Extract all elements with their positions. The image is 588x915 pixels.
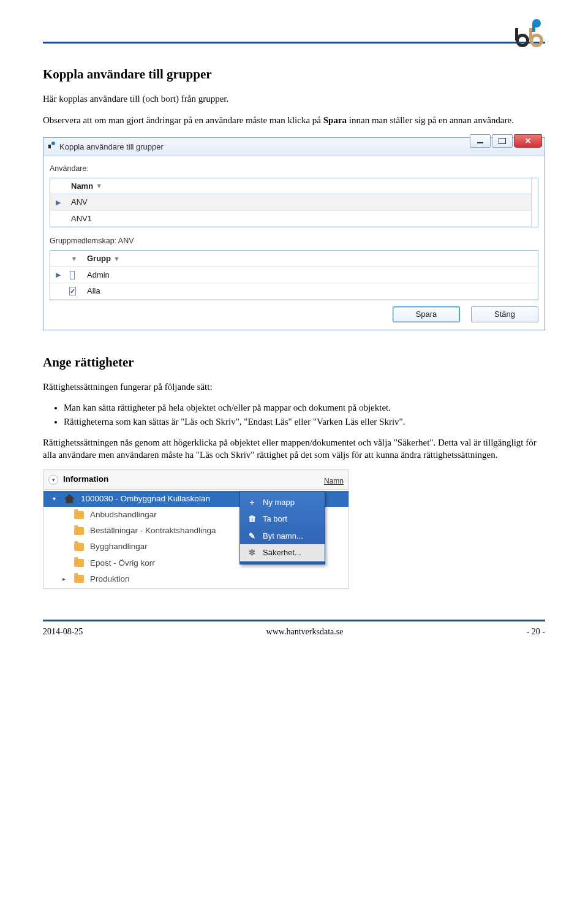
ctx-new-folder[interactable]: ＋ Ny mapp: [240, 494, 325, 511]
caret-down-icon: ▾: [50, 495, 58, 503]
footer-url: www.hantverksdata.se: [266, 626, 344, 638]
dialog-screenshot: Koppla användare till grupper Användare:…: [43, 137, 545, 330]
window-app-icon: [47, 141, 56, 153]
panel-header[interactable]: ▾ Information: [43, 469, 349, 489]
svg-point-6: [51, 142, 55, 145]
tree-item-label: Anbudshandlingar: [90, 509, 157, 520]
tree-item-label: Produktion: [90, 574, 130, 585]
tree-item[interactable]: ▸ Produktion: [43, 571, 349, 587]
svg-rect-1: [532, 23, 535, 32]
col-header-namn[interactable]: Namn ▼: [66, 178, 107, 194]
caret-right-icon: ▸: [59, 575, 68, 583]
svg-rect-3: [515, 28, 518, 40]
scrollbar[interactable]: [531, 178, 538, 227]
folder-icon: [74, 511, 84, 519]
groups-grid: ▼ Grupp ▼ ▶ Admin Alla: [50, 250, 538, 300]
svg-point-2: [518, 36, 528, 46]
plus-icon: ＋: [247, 497, 257, 508]
bullet-item: Rättigheterna som kan sättas är "Läs och…: [64, 416, 545, 428]
home-icon: [64, 494, 75, 503]
tree-item-label: Beställningar - Kontraktshandlinga: [90, 525, 216, 536]
page-footer: 2014-08-25 www.hantverksdata.se - 20 -: [43, 620, 545, 638]
header-rule: [43, 42, 545, 44]
close-button[interactable]: Stäng: [471, 306, 538, 322]
ctx-delete[interactable]: 🗑 Ta bort: [240, 511, 325, 528]
group-checkbox[interactable]: [70, 271, 75, 279]
filter-icon[interactable]: ▼: [71, 254, 78, 264]
section2-intro: Rättighetssättningen fungerar på följand…: [43, 381, 545, 393]
row-caret-icon: ▶: [50, 198, 66, 207]
folder-icon: [74, 527, 84, 535]
label-gruppmedlemskap: Gruppmedlemskap: ANV: [50, 236, 538, 246]
section1-notice: Observera att om man gjort ändringar på …: [43, 114, 545, 126]
row-caret-icon: ▶: [50, 270, 66, 279]
section2-para2: Rättighetssättningen nås genom att höger…: [43, 436, 545, 461]
window-minimize-button[interactable]: [470, 134, 491, 148]
svg-rect-7: [48, 145, 51, 148]
user-row[interactable]: ▶ ANV: [50, 194, 531, 211]
section-heading-2: Ange rättigheter: [43, 354, 545, 371]
tree-item-label: Epost - Övrig korr: [90, 558, 155, 569]
folder-icon: [74, 543, 84, 551]
section1-intro: Här kopplas användare till (och bort) fr…: [43, 93, 545, 105]
window-close-button[interactable]: [514, 134, 542, 148]
bullet-item: Man kan sätta rättigheter på hela objekt…: [64, 401, 545, 414]
col-namn-text: Namn: [71, 181, 93, 192]
filter-icon[interactable]: ▼: [113, 254, 120, 264]
notice-pre: Observera att om man gjort ändringar på …: [43, 115, 323, 125]
folder-icon: [74, 559, 84, 567]
filter-icon[interactable]: ▼: [96, 181, 102, 191]
section-heading-1: Koppla användare till grupper: [43, 66, 545, 83]
tree-root-label: 1000030 - Ombyggnad Kullaskolan: [81, 493, 210, 504]
col-grupp-text: Grupp: [87, 253, 111, 264]
user-cell: ANV1: [66, 211, 531, 227]
tree-screenshot: ▾ Information Namn ▾ 1000030 - Ombyggnad…: [43, 469, 349, 589]
window-title: Koppla användare till grupper: [59, 142, 164, 153]
folder-icon: [74, 575, 84, 583]
context-menu: ＋ Ny mapp 🗑 Ta bort ✎ Byt namn... ✻ Säke…: [239, 491, 325, 564]
label-groups-prefix: Gruppmedlemskap:: [50, 237, 118, 245]
tree-view: Namn ▾ 1000030 - Ombyggnad Kullaskolan A…: [43, 490, 349, 589]
user-row[interactable]: ANV1: [50, 211, 531, 227]
ctx-label: Ta bort: [263, 514, 287, 525]
ctx-label: Ny mapp: [263, 497, 295, 508]
column-hint: Namn: [324, 476, 344, 486]
group-cell: Admin: [82, 267, 538, 283]
label-groups-value: ANV: [118, 237, 134, 245]
group-row[interactable]: Alla: [50, 283, 538, 300]
svg-point-4: [532, 36, 542, 46]
trash-icon: 🗑: [247, 514, 257, 525]
svg-rect-5: [529, 28, 532, 40]
users-grid: Namn ▼ ▶ ANV ANV1: [50, 178, 538, 228]
gear-icon: ✻: [247, 547, 257, 558]
label-anvandare: Användare:: [50, 164, 538, 174]
notice-bold: Spara: [323, 115, 347, 125]
col-header-grupp[interactable]: Grupp ▼: [82, 251, 125, 267]
group-row[interactable]: ▶ Admin: [50, 267, 538, 284]
notice-post: innan man ställer sig på en annan använd…: [347, 115, 514, 125]
save-button[interactable]: Spara: [393, 306, 460, 322]
footer-page: - 20 -: [527, 626, 545, 638]
ctx-security[interactable]: ✻ Säkerhet...: [240, 544, 325, 561]
panel-title: Information: [63, 474, 108, 485]
ctx-label: Byt namn...: [263, 531, 303, 542]
chevron-down-icon: ▾: [48, 475, 58, 485]
tree-item-label: Bygghandlingar: [90, 541, 148, 552]
logo: [512, 17, 545, 51]
ctx-rename[interactable]: ✎ Byt namn...: [240, 528, 325, 545]
section2-bullets: Man kan sätta rättigheter på hela objekt…: [64, 401, 545, 428]
ctx-label: Säkerhet...: [263, 547, 301, 558]
group-cell: Alla: [82, 283, 538, 299]
window-titlebar: Koppla användare till grupper: [43, 138, 545, 156]
window-maximize-button[interactable]: [492, 134, 513, 148]
footer-date: 2014-08-25: [43, 626, 83, 638]
pen-icon: ✎: [247, 531, 257, 542]
user-cell: ANV: [66, 194, 531, 210]
group-checkbox[interactable]: [69, 287, 76, 295]
